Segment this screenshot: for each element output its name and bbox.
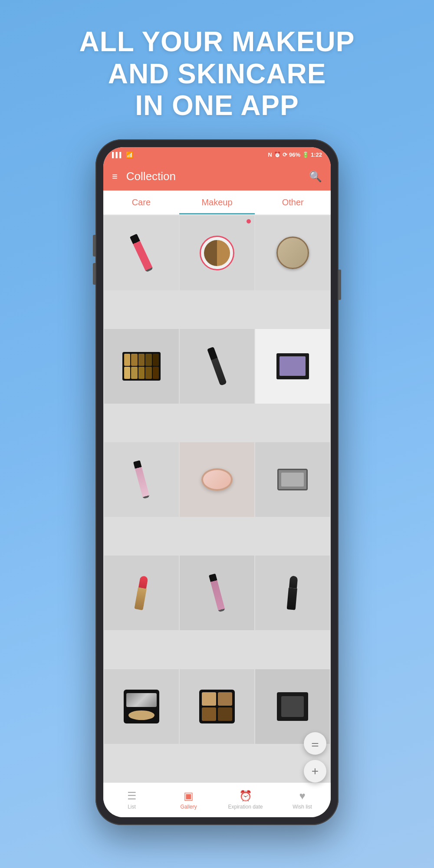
lipgloss-dark-icon — [209, 574, 225, 612]
tab-makeup[interactable]: Makeup — [179, 191, 255, 214]
mascara-icon — [207, 347, 227, 386]
search-icon[interactable]: 🔍 — [309, 171, 322, 183]
compact-open-icon — [124, 690, 159, 723]
eyeshadow-circle-icon — [200, 236, 234, 270]
nfc-icon: N — [268, 151, 272, 158]
nav-expiration-label: Expiration date — [228, 804, 263, 810]
time-display: 1:22 — [311, 151, 322, 158]
power-button — [339, 270, 341, 300]
wishlist-nav-icon: ♥ — [299, 790, 305, 802]
add-fab-icon: + — [312, 764, 319, 778]
status-left: ▌▌▌ 📶 — [112, 151, 133, 158]
nav-list[interactable]: ☰ List — [103, 790, 160, 810]
app-bar: ≡ Collection 🔍 — [103, 163, 331, 191]
status-bar: ▌▌▌ 📶 N ⏰ ⟳ 96% 🔋 1:22 — [103, 147, 331, 163]
wifi-icon: 📶 — [126, 151, 133, 158]
phone-screen: ▌▌▌ 📶 N ⏰ ⟳ 96% 🔋 1:22 ≡ Collection 🔍 — [103, 147, 331, 817]
lipstick-icon — [134, 575, 148, 610]
cream-jar-icon — [201, 468, 233, 491]
double-palette-icon — [199, 690, 235, 723]
tab-care[interactable]: Care — [103, 191, 179, 214]
nav-gallery[interactable]: ▣ Gallery — [160, 790, 217, 810]
filter-fab-icon: ⚌ — [311, 738, 319, 749]
loose-powder-icon — [277, 469, 308, 490]
product-item-14[interactable] — [180, 669, 254, 744]
status-right: N ⏰ ⟳ 96% 🔋 1:22 — [268, 151, 322, 158]
nav-wishlist[interactable]: ♥ Wish list — [274, 790, 331, 810]
fab-container: ⚌ + — [304, 732, 326, 783]
app-title: Collection — [126, 170, 309, 183]
alarm-icon: ⏰ — [274, 151, 281, 158]
hero-text: ALL YOUR MAKEUP AND SKINCARE IN ONE APP — [79, 26, 355, 122]
gallery-nav-icon: ▣ — [184, 790, 194, 802]
product-item-7[interactable] — [104, 442, 179, 517]
product-item-10[interactable] — [104, 556, 179, 630]
lipgloss-clear-icon — [133, 460, 150, 499]
single-shadow-icon — [276, 353, 309, 379]
product-item-11[interactable] — [180, 556, 254, 630]
product-item-6[interactable] — [255, 329, 330, 404]
product-item-9[interactable] — [255, 442, 330, 517]
product-item-13[interactable] — [104, 669, 179, 744]
nav-wishlist-label: Wish list — [293, 804, 312, 810]
vol-down-button — [93, 263, 95, 285]
battery-percent: 96% — [289, 151, 300, 158]
nav-list-label: List — [128, 804, 136, 810]
nav-expiration[interactable]: ⏰ Expiration date — [217, 790, 274, 810]
eye-palette-icon — [122, 352, 161, 381]
tabs-bar: Care Makeup Other — [103, 191, 331, 215]
product-item-1[interactable] — [104, 216, 179, 290]
hamburger-menu-icon[interactable]: ≡ — [112, 171, 118, 182]
nav-gallery-label: Gallery — [180, 804, 197, 810]
vol-up-button — [93, 235, 95, 256]
lipstick-dark-icon — [287, 576, 299, 610]
product-item-4[interactable] — [104, 329, 179, 404]
lipgloss-icon — [130, 233, 153, 272]
product-grid — [103, 215, 331, 783]
product-item-8[interactable] — [180, 442, 254, 517]
rotate-icon: ⟳ — [283, 151, 287, 158]
battery-icon: 🔋 — [302, 151, 309, 158]
bottom-nav: ☰ List ▣ Gallery ⏰ Expiration date ♥ Wis… — [103, 783, 331, 817]
list-nav-icon: ☰ — [127, 790, 137, 802]
compact-icon — [276, 237, 309, 269]
product-item-2[interactable] — [180, 216, 254, 290]
product-item-12[interactable] — [255, 556, 330, 630]
phone-frame: ▌▌▌ 📶 N ⏰ ⟳ 96% 🔋 1:22 ≡ Collection 🔍 — [95, 139, 339, 825]
product-item-3[interactable] — [255, 216, 330, 290]
add-fab-button[interactable]: + — [304, 760, 326, 783]
shadow-dark-icon — [277, 692, 308, 721]
filter-fab-button[interactable]: ⚌ — [304, 732, 326, 755]
signal-icon: ▌▌▌ — [112, 152, 123, 158]
expiration-nav-icon: ⏰ — [239, 790, 252, 802]
tab-other[interactable]: Other — [255, 191, 331, 214]
product-item-5[interactable] — [180, 329, 254, 404]
